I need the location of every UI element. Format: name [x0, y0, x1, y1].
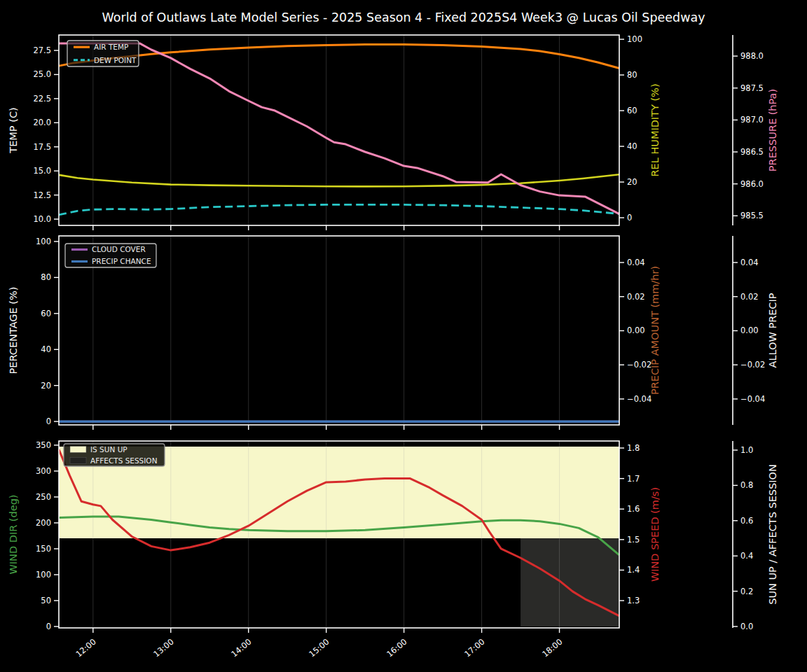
legend-label-precip-chance: PRECIP CHANCE	[92, 257, 151, 265]
x-tick-label: 15:00	[307, 637, 331, 659]
tick-label: 988.0	[740, 51, 764, 61]
tick-label: 100	[627, 34, 642, 44]
tick-label: 1.7	[627, 474, 640, 484]
axis-label-allow-precip: ALLOW PRECIP	[767, 293, 778, 368]
tick-label: 350	[36, 440, 51, 450]
tick-label: 20.0	[33, 118, 51, 127]
tick-label: 1.5	[627, 535, 640, 545]
tick-label: 986.5	[740, 147, 764, 157]
tick-label: 17.5	[33, 142, 51, 152]
tick-label: 100	[36, 237, 51, 246]
legend-label-air-temp: AIR TEMP	[94, 43, 128, 51]
tick-label: 20	[627, 177, 637, 187]
axis-label-percentage: PERCENTAGE (%)	[8, 287, 19, 374]
tick-label: 10.0	[33, 214, 51, 224]
tick-label: 0.02	[627, 292, 645, 302]
tick-label: 0	[46, 622, 51, 631]
tick-label: 22.5	[33, 94, 51, 104]
series-pressure	[59, 43, 619, 214]
x-tick-label: 12:00	[74, 637, 97, 659]
tick-label: 1.6	[627, 504, 640, 514]
tick-label: 0.00	[627, 326, 645, 335]
series-dew-point	[59, 204, 619, 215]
tick-label: 80	[627, 70, 637, 80]
tick-label: 0.04	[740, 258, 759, 267]
tick-label: 987.0	[740, 115, 764, 125]
tick-label: 40	[627, 141, 637, 151]
x-tick-label: 14:00	[229, 637, 253, 659]
panel-wind-panel: 050100150200250300350WIND DIR (deg)1.31.…	[8, 440, 778, 659]
legend-label-cloud-cover: CLOUD COVER	[92, 245, 146, 253]
tick-label: 985.5	[740, 211, 764, 220]
panel-temperature-panel: 10.012.515.017.520.022.525.027.5TEMP (C)…	[8, 34, 778, 230]
tick-label: 50	[41, 596, 51, 606]
axis-label-rel-humidity: REL HUMIDITY (%)	[649, 83, 661, 176]
tick-label: 0.8	[740, 480, 753, 490]
tick-label: 987.5	[740, 83, 764, 93]
legend: IS SUN UPAFFECTS SESSION	[64, 444, 165, 466]
tick-label: 0	[46, 416, 51, 426]
x-tick-label: 16:00	[385, 637, 408, 659]
tick-label: 12.5	[33, 190, 51, 200]
axis-label-pressure-hpa: PRESSURE (hPa)	[767, 89, 778, 172]
tick-label: 986.0	[740, 179, 764, 189]
tick-label: 1.0	[740, 445, 753, 455]
tick-label: 100	[36, 570, 51, 580]
tick-label: 0	[627, 213, 632, 223]
tick-label: 1.4	[627, 565, 640, 575]
x-tick-label: 13:00	[151, 637, 175, 659]
legend: AIR TEMPDEW POINT	[67, 41, 139, 66]
axis-label-sun-up-affects-session: SUN UP / AFFECTS SESSION	[767, 464, 778, 605]
tick-label: 0.00	[740, 326, 759, 335]
series-rel-humidity	[59, 174, 619, 186]
tick-label: 0.04	[627, 258, 645, 267]
axis-label-temp-c: TEMP (C)	[8, 107, 19, 153]
x-tick-label: 18:00	[540, 637, 564, 659]
tick-label: 0.02	[740, 292, 759, 302]
series-air-temp	[59, 45, 619, 69]
tick-label: 0.2	[740, 587, 753, 596]
tick-label: 300	[36, 466, 51, 476]
axis-label-wind-speed-m-s: WIND SPEED (m/s)	[649, 487, 661, 582]
tick-label: 0.6	[740, 516, 753, 526]
legend-swatch-affects-session	[70, 458, 86, 464]
legend-swatch-is-sun-up	[70, 447, 86, 453]
tick-label: −0.02	[627, 360, 651, 370]
tick-label: 1.8	[627, 443, 640, 453]
tick-label: 1.3	[627, 596, 640, 606]
tick-label: −0.04	[740, 394, 765, 404]
tick-label: −0.04	[627, 394, 651, 404]
tick-label: 80	[41, 272, 51, 282]
tick-label: 0.0	[740, 622, 753, 631]
tick-label: 20	[41, 381, 51, 391]
charts-canvas: 10.012.515.017.520.022.525.027.5TEMP (C)…	[0, 0, 807, 672]
tick-label: 0.4	[740, 551, 753, 561]
tick-label: 40	[41, 344, 51, 354]
tick-label: 27.5	[33, 46, 51, 55]
tick-label: 150	[36, 544, 51, 554]
tick-label: 200	[36, 518, 51, 528]
tick-label: −0.02	[740, 360, 765, 370]
axis-label-precip-amount-mm-hr: PRECIP AMOUNT (mm/hr)	[649, 266, 661, 395]
legend-label-affects-session: AFFECTS SESSION	[90, 456, 158, 465]
panel-precip-panel: 020406080100PERCENTAGE (%)−0.04−0.020.00…	[8, 236, 778, 430]
tick-label: 25.0	[33, 69, 51, 79]
plot-border	[59, 35, 619, 225]
legend: CLOUD COVERPRECIP CHANCE	[65, 244, 156, 267]
fill-affects-session	[520, 538, 619, 626]
x-tick-label: 17:00	[462, 637, 486, 659]
tick-label: 15.0	[33, 166, 51, 176]
legend-label-is-sun-up: IS SUN UP	[90, 445, 127, 454]
tick-label: 250	[36, 492, 51, 502]
tick-label: 60	[41, 309, 51, 318]
legend-label-dew-point: DEW POINT	[94, 56, 137, 64]
tick-label: 60	[627, 106, 637, 115]
weather-forecast-figure: 10.012.515.017.520.022.525.027.5TEMP (C)…	[0, 0, 807, 672]
page-title: World of Outlaws Late Model Series - 202…	[0, 10, 807, 24]
axis-label-wind-dir-deg: WIND DIR (deg)	[8, 494, 19, 574]
